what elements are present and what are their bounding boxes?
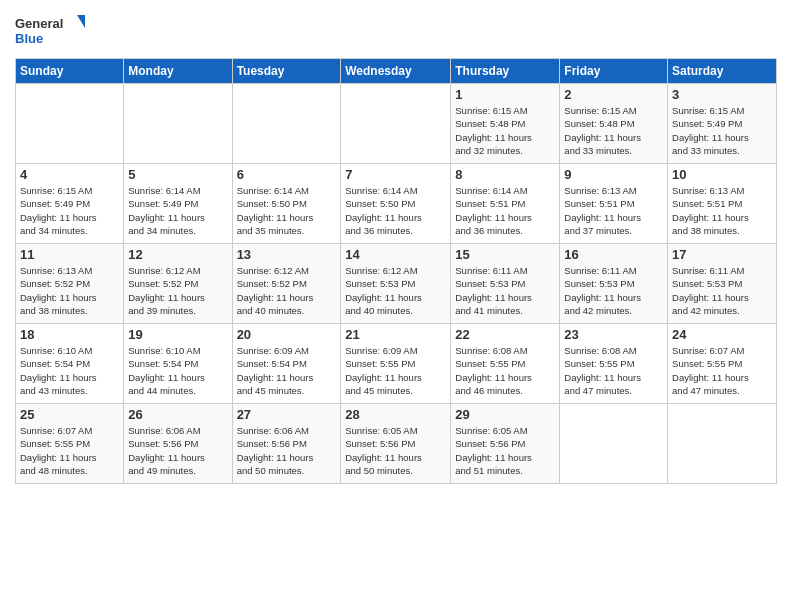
day-info: Sunrise: 6:10 AMSunset: 5:54 PMDaylight:… [128, 344, 227, 397]
day-info: Sunrise: 6:15 AMSunset: 5:48 PMDaylight:… [455, 104, 555, 157]
logo: General Blue [15, 10, 85, 50]
day-info: Sunrise: 6:11 AMSunset: 5:53 PMDaylight:… [455, 264, 555, 317]
day-info: Sunrise: 6:14 AMSunset: 5:50 PMDaylight:… [345, 184, 446, 237]
calendar-cell: 18Sunrise: 6:10 AMSunset: 5:54 PMDayligh… [16, 324, 124, 404]
logo-svg: General Blue [15, 10, 85, 50]
calendar-cell: 14Sunrise: 6:12 AMSunset: 5:53 PMDayligh… [341, 244, 451, 324]
day-info: Sunrise: 6:13 AMSunset: 5:52 PMDaylight:… [20, 264, 119, 317]
svg-text:General: General [15, 16, 63, 31]
day-number: 12 [128, 247, 227, 262]
day-info: Sunrise: 6:15 AMSunset: 5:49 PMDaylight:… [672, 104, 772, 157]
day-number: 28 [345, 407, 446, 422]
weekday-header-sunday: Sunday [16, 59, 124, 84]
day-number: 23 [564, 327, 663, 342]
day-number: 29 [455, 407, 555, 422]
calendar-cell: 16Sunrise: 6:11 AMSunset: 5:53 PMDayligh… [560, 244, 668, 324]
day-number: 18 [20, 327, 119, 342]
day-number: 13 [237, 247, 337, 262]
day-number: 7 [345, 167, 446, 182]
day-info: Sunrise: 6:09 AMSunset: 5:55 PMDaylight:… [345, 344, 446, 397]
day-info: Sunrise: 6:05 AMSunset: 5:56 PMDaylight:… [455, 424, 555, 477]
day-number: 14 [345, 247, 446, 262]
day-number: 10 [672, 167, 772, 182]
svg-marker-2 [77, 15, 85, 28]
calendar-cell: 10Sunrise: 6:13 AMSunset: 5:51 PMDayligh… [668, 164, 777, 244]
calendar-cell [16, 84, 124, 164]
week-row-4: 18Sunrise: 6:10 AMSunset: 5:54 PMDayligh… [16, 324, 777, 404]
day-info: Sunrise: 6:14 AMSunset: 5:51 PMDaylight:… [455, 184, 555, 237]
day-info: Sunrise: 6:11 AMSunset: 5:53 PMDaylight:… [672, 264, 772, 317]
day-info: Sunrise: 6:11 AMSunset: 5:53 PMDaylight:… [564, 264, 663, 317]
calendar-cell [341, 84, 451, 164]
day-info: Sunrise: 6:12 AMSunset: 5:53 PMDaylight:… [345, 264, 446, 317]
day-info: Sunrise: 6:15 AMSunset: 5:49 PMDaylight:… [20, 184, 119, 237]
day-info: Sunrise: 6:07 AMSunset: 5:55 PMDaylight:… [672, 344, 772, 397]
calendar-cell: 2Sunrise: 6:15 AMSunset: 5:48 PMDaylight… [560, 84, 668, 164]
day-number: 2 [564, 87, 663, 102]
day-info: Sunrise: 6:07 AMSunset: 5:55 PMDaylight:… [20, 424, 119, 477]
day-info: Sunrise: 6:08 AMSunset: 5:55 PMDaylight:… [455, 344, 555, 397]
day-number: 5 [128, 167, 227, 182]
calendar-cell: 21Sunrise: 6:09 AMSunset: 5:55 PMDayligh… [341, 324, 451, 404]
calendar-cell: 29Sunrise: 6:05 AMSunset: 5:56 PMDayligh… [451, 404, 560, 484]
calendar-cell: 5Sunrise: 6:14 AMSunset: 5:49 PMDaylight… [124, 164, 232, 244]
calendar-cell [232, 84, 341, 164]
day-number: 9 [564, 167, 663, 182]
week-row-5: 25Sunrise: 6:07 AMSunset: 5:55 PMDayligh… [16, 404, 777, 484]
day-number: 24 [672, 327, 772, 342]
week-row-3: 11Sunrise: 6:13 AMSunset: 5:52 PMDayligh… [16, 244, 777, 324]
day-number: 19 [128, 327, 227, 342]
weekday-header-tuesday: Tuesday [232, 59, 341, 84]
calendar-cell: 13Sunrise: 6:12 AMSunset: 5:52 PMDayligh… [232, 244, 341, 324]
day-info: Sunrise: 6:06 AMSunset: 5:56 PMDaylight:… [237, 424, 337, 477]
calendar-cell: 27Sunrise: 6:06 AMSunset: 5:56 PMDayligh… [232, 404, 341, 484]
calendar-cell: 15Sunrise: 6:11 AMSunset: 5:53 PMDayligh… [451, 244, 560, 324]
day-info: Sunrise: 6:05 AMSunset: 5:56 PMDaylight:… [345, 424, 446, 477]
calendar-cell [668, 404, 777, 484]
calendar-cell: 11Sunrise: 6:13 AMSunset: 5:52 PMDayligh… [16, 244, 124, 324]
calendar-cell: 8Sunrise: 6:14 AMSunset: 5:51 PMDaylight… [451, 164, 560, 244]
day-number: 27 [237, 407, 337, 422]
calendar-cell: 4Sunrise: 6:15 AMSunset: 5:49 PMDaylight… [16, 164, 124, 244]
day-number: 26 [128, 407, 227, 422]
day-info: Sunrise: 6:10 AMSunset: 5:54 PMDaylight:… [20, 344, 119, 397]
day-number: 3 [672, 87, 772, 102]
calendar-cell: 25Sunrise: 6:07 AMSunset: 5:55 PMDayligh… [16, 404, 124, 484]
day-info: Sunrise: 6:12 AMSunset: 5:52 PMDaylight:… [128, 264, 227, 317]
calendar-cell: 1Sunrise: 6:15 AMSunset: 5:48 PMDaylight… [451, 84, 560, 164]
day-number: 25 [20, 407, 119, 422]
weekday-header-saturday: Saturday [668, 59, 777, 84]
calendar-cell: 20Sunrise: 6:09 AMSunset: 5:54 PMDayligh… [232, 324, 341, 404]
calendar-cell: 7Sunrise: 6:14 AMSunset: 5:50 PMDaylight… [341, 164, 451, 244]
weekday-header-thursday: Thursday [451, 59, 560, 84]
calendar-table: SundayMondayTuesdayWednesdayThursdayFrid… [15, 58, 777, 484]
calendar-cell [560, 404, 668, 484]
day-info: Sunrise: 6:13 AMSunset: 5:51 PMDaylight:… [564, 184, 663, 237]
calendar-cell: 28Sunrise: 6:05 AMSunset: 5:56 PMDayligh… [341, 404, 451, 484]
main-container: General Blue SundayMondayTuesdayWednesda… [0, 0, 792, 489]
day-number: 15 [455, 247, 555, 262]
calendar-cell: 3Sunrise: 6:15 AMSunset: 5:49 PMDaylight… [668, 84, 777, 164]
day-number: 6 [237, 167, 337, 182]
day-info: Sunrise: 6:09 AMSunset: 5:54 PMDaylight:… [237, 344, 337, 397]
day-info: Sunrise: 6:08 AMSunset: 5:55 PMDaylight:… [564, 344, 663, 397]
day-number: 16 [564, 247, 663, 262]
week-row-2: 4Sunrise: 6:15 AMSunset: 5:49 PMDaylight… [16, 164, 777, 244]
day-info: Sunrise: 6:06 AMSunset: 5:56 PMDaylight:… [128, 424, 227, 477]
day-info: Sunrise: 6:13 AMSunset: 5:51 PMDaylight:… [672, 184, 772, 237]
weekday-header-row: SundayMondayTuesdayWednesdayThursdayFrid… [16, 59, 777, 84]
day-info: Sunrise: 6:15 AMSunset: 5:48 PMDaylight:… [564, 104, 663, 157]
day-number: 22 [455, 327, 555, 342]
day-number: 20 [237, 327, 337, 342]
weekday-header-monday: Monday [124, 59, 232, 84]
day-number: 4 [20, 167, 119, 182]
day-number: 1 [455, 87, 555, 102]
svg-text:Blue: Blue [15, 31, 43, 46]
calendar-cell: 17Sunrise: 6:11 AMSunset: 5:53 PMDayligh… [668, 244, 777, 324]
day-number: 11 [20, 247, 119, 262]
weekday-header-friday: Friday [560, 59, 668, 84]
header: General Blue [15, 10, 777, 50]
calendar-cell [124, 84, 232, 164]
day-number: 8 [455, 167, 555, 182]
day-info: Sunrise: 6:14 AMSunset: 5:50 PMDaylight:… [237, 184, 337, 237]
